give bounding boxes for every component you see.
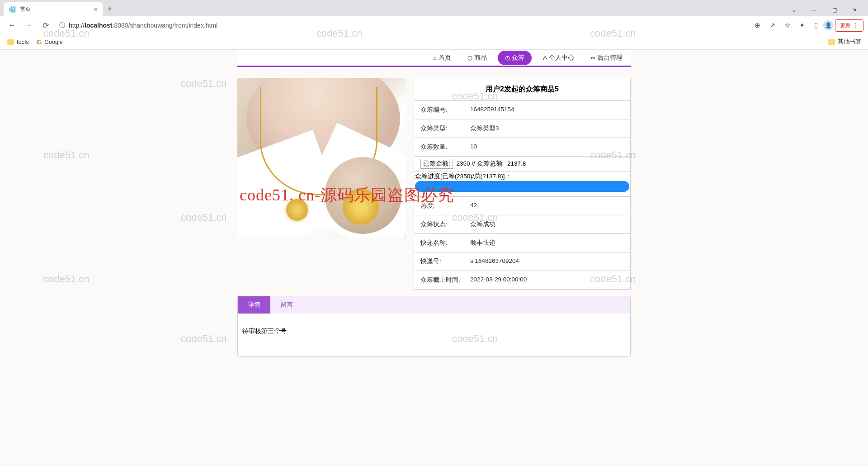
tab-content: 待审核第三个号 <box>238 314 630 356</box>
folder-icon <box>828 39 835 45</box>
bookmark-tools[interactable]: tools <box>7 39 28 45</box>
tabs-header: 详情 留言 <box>238 296 630 314</box>
browser-chrome: 🌐 首页 × + ⌄ — ▢ ✕ ← → ⟳ ⓘ http://localhos… <box>0 0 868 50</box>
share-icon[interactable]: ↗ <box>766 19 779 32</box>
watermark: code51.cn <box>181 212 227 223</box>
row-type: 众筹类型: 众筹类型3 <box>414 119 630 138</box>
star-icon[interactable]: ☆ <box>781 19 794 32</box>
row-track: 快递号: sf1648263709204 <box>414 252 630 271</box>
address-text: http://localhost:8080/shanchouwang/front… <box>69 22 217 29</box>
bookmark-google[interactable]: GGoogle <box>37 38 62 46</box>
watermark: code51.cn <box>181 333 227 345</box>
reload-button[interactable]: ⟳ <box>39 19 52 33</box>
watermark: code51.cn <box>43 149 90 161</box>
browser-tab[interactable]: 🌐 首页 × <box>4 2 103 16</box>
info-icon: ⓘ <box>59 21 65 29</box>
forward-button[interactable]: → <box>22 19 37 32</box>
tab-title: 首页 <box>20 5 31 13</box>
tab-bar: 🌐 首页 × + ⌄ — ▢ ✕ <box>0 0 868 16</box>
row-express: 快递名称: 顺丰快递 <box>414 234 630 252</box>
address-bar[interactable]: ⓘ http://localhost:8080/shanchouwang/fro… <box>55 19 749 32</box>
row-deadline: 众筹截止时间: 2022-03-29 00:00:00 <box>414 271 630 289</box>
profile-icon[interactable]: 👤 <box>823 20 833 30</box>
user-icon: ዶ <box>542 54 547 62</box>
new-tab-button[interactable]: + <box>103 2 117 16</box>
row-code: 众筹编号: 1648259145154 <box>414 101 630 119</box>
dropdown-icon[interactable]: ⌄ <box>784 4 803 16</box>
update-button[interactable]: 更新⋮ <box>835 19 863 32</box>
back-button[interactable]: ← <box>5 19 19 32</box>
nav-crowdfund[interactable]: ◷众筹 <box>498 51 532 65</box>
row-heat: 热度: 42 <box>414 197 630 215</box>
watermark: code51.cn <box>43 273 90 285</box>
minimize-icon[interactable]: — <box>804 4 824 16</box>
watermark: code51.cn <box>181 78 227 90</box>
site-navbar: ⌂首页 ◷商品 ◷众筹 ዶ个人中心 ⇔后台管理 <box>237 50 631 67</box>
row-qty: 众筹数量: 10 <box>414 138 630 157</box>
nav-product[interactable]: ◷商品 <box>459 49 495 67</box>
link-icon: ⇔ <box>590 54 595 61</box>
nav-home[interactable]: ⌂首页 <box>425 49 459 67</box>
folder-icon <box>7 39 14 45</box>
maximize-icon[interactable]: ▢ <box>825 4 844 16</box>
extensions-icon[interactable]: ✦ <box>796 19 809 32</box>
row-progress: 众筹进度[已筹(2350)/总(2137.8)]： <box>414 171 630 197</box>
tab-comment[interactable]: 留言 <box>270 296 303 314</box>
google-icon: G <box>37 38 42 46</box>
bookmarks-bar: tools GGoogle 其他书签 <box>0 34 868 50</box>
nav-personal[interactable]: ዶ个人中心 <box>534 49 582 67</box>
bookmark-other[interactable]: 其他书签 <box>828 38 861 46</box>
detail-panel: 用户2发起的众筹商品5 众筹编号: 1648259145154 众筹类型: 众筹… <box>414 78 631 290</box>
product-title: 用户2发起的众筹商品5 <box>414 78 630 101</box>
product-image <box>237 78 406 238</box>
tabs-section: 详情 留言 待审核第三个号 <box>237 296 631 357</box>
close-icon[interactable]: × <box>94 6 98 13</box>
globe-icon: 🌐 <box>9 6 16 13</box>
browser-toolbar: ← → ⟳ ⓘ http://localhost:8080/shanchouwa… <box>0 16 868 34</box>
clock-icon: ◷ <box>505 54 510 61</box>
nav-admin[interactable]: ⇔后台管理 <box>582 49 631 67</box>
panel-icon[interactable]: ▯ <box>811 19 821 32</box>
zoom-icon[interactable]: ⊕ <box>751 19 764 32</box>
clock-icon: ◷ <box>467 54 472 61</box>
home-icon: ⌂ <box>433 54 437 61</box>
page-content: code51.cn code51.cn code51.cn code51.cn … <box>0 50 868 466</box>
row-status: 众筹状态: 众筹成功 <box>414 215 630 234</box>
progress-bar <box>415 181 629 192</box>
close-window-icon[interactable]: ✕ <box>845 4 864 16</box>
tab-detail[interactable]: 详情 <box>238 296 270 314</box>
row-amount: 已筹金额: 2350 // 众筹总额: 2137.8 <box>414 157 630 171</box>
